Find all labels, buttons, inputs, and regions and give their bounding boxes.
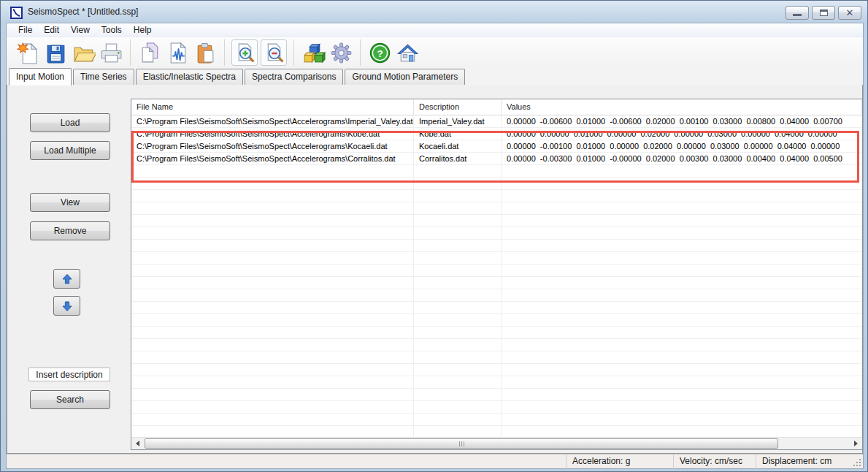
new-file-button[interactable] [14,39,42,66]
table-row[interactable]: C:\Program Files\SeismoSoft\SeismoSpect\… [131,115,862,128]
cell-file-name [131,240,414,252]
scroll-right-button[interactable] [850,438,862,449]
table-row-empty [131,401,862,414]
help-button[interactable]: ? [366,39,393,66]
cell-file-name [131,190,414,202]
menu-item-file[interactable]: File [12,23,38,37]
thumb-grip-icon [461,441,462,446]
settings-button[interactable] [327,39,355,66]
table-row-empty [131,252,862,264]
table-row-empty [131,302,862,314]
move-down-button[interactable] [53,296,80,316]
load-multiple-button[interactable]: Load Multiple [30,141,110,160]
maximize-button[interactable] [812,6,835,20]
table-row[interactable]: C:\Program Files\SeismoSoft\SeismoSpect\… [131,153,862,165]
menu-item-tools[interactable]: Tools [96,23,128,37]
copy-button[interactable] [136,39,164,66]
move-up-button[interactable] [53,269,80,289]
table-row-empty [131,277,862,289]
scrollbar-thumb[interactable] [145,438,778,449]
paste-button[interactable] [191,39,219,66]
input-motion-panel: Load Load Multiple View Remove Insert de… [7,84,863,454]
table-row[interactable]: C:\Program Files\SeismoSoft\SeismoSpect\… [131,140,862,153]
column-header-values[interactable]: Values [502,99,862,115]
cell-values [502,351,862,364]
cell-values [502,302,862,314]
cell-values [502,264,862,277]
cell-description: Corralitos.dat [414,153,502,165]
save-button[interactable] [42,39,69,66]
table-row[interactable]: C:\Program Files\SeismoSoft\SeismoSpect\… [131,128,862,140]
menu-item-edit[interactable]: Edit [38,23,65,37]
insert-description-field[interactable]: Insert description [28,368,110,381]
home-button[interactable] [393,39,421,66]
view-button[interactable]: View [30,193,110,212]
help-icon: ? [368,41,392,65]
cell-file-name [131,289,414,302]
cell-file-name [131,215,414,227]
cell-values [502,165,862,178]
cell-file-name [131,314,414,327]
column-header-file-name[interactable]: File Name [131,99,414,115]
resize-grip-icon[interactable] [853,459,861,466]
cubes-icon [302,41,326,65]
minimize-button[interactable] [786,6,809,20]
cell-values: 0.00000 -0.00600 0.01000 -0.00600 0.0200… [502,115,862,128]
thumb-grip-icon [464,441,464,446]
cell-description [414,178,502,190]
cell-file-name [131,252,414,264]
remove-button[interactable]: Remove [30,221,110,240]
status-bar: Acceleration: gVelocity: cm/secDisplacem… [7,454,863,468]
cell-values [502,389,862,401]
toolbar-separator [293,39,294,66]
tab-time-series[interactable]: Time Series [73,69,134,85]
toolbar-separator [130,39,131,66]
column-header-description[interactable]: Description [414,99,502,115]
search-button[interactable]: Search [30,390,110,409]
cell-description [414,289,502,302]
accelerogram-table: File Name Description Values C:\Program … [131,99,863,450]
cell-description [414,314,502,327]
menu-item-view[interactable]: View [65,23,96,37]
table-row-empty [131,215,862,227]
status-velocity: Velocity: cm/sec [673,454,756,469]
cell-values: 0.00000 -0.00100 0.01000 0.00000 0.02000… [502,140,862,153]
zoom-out-button[interactable] [261,39,287,66]
time-series-document-button[interactable] [164,39,191,66]
tab-input-motion[interactable]: Input Motion [9,68,72,85]
cell-file-name [131,364,414,376]
title-bar: SeismoSpect * [Untitled.ssp] ✕ [1,1,867,23]
close-button[interactable]: ✕ [838,6,861,20]
paste-clipboard-icon [193,41,218,65]
modules-button[interactable] [299,39,327,66]
scroll-left-button[interactable] [131,438,144,449]
cell-values [502,364,862,376]
up-arrow-icon [61,273,73,285]
cell-values [502,327,862,339]
maximize-icon [820,9,828,16]
print-button[interactable] [97,39,125,66]
table-row-empty [131,264,862,277]
cell-description: Kocaeli.dat [414,140,502,153]
cell-values [502,414,862,426]
status-acceleration: Acceleration: g [566,454,673,469]
menu-item-help[interactable]: Help [128,23,158,37]
horizontal-scrollbar[interactable] [131,437,862,449]
cell-values [502,376,862,389]
table-row-empty [131,240,862,252]
open-button[interactable] [69,39,97,66]
tab-elastic-inelastic-spectra[interactable]: Elastic/Inelastic Spectra [136,69,243,85]
cell-description [414,376,502,389]
cell-description [414,165,502,178]
toolbar-separator [360,39,361,66]
load-button[interactable]: Load [30,113,110,132]
zoom-in-button[interactable] [231,39,258,66]
tab-spectra-comparisons[interactable]: Spectra Comparisons [245,69,343,85]
cell-file-name [131,376,414,389]
table-row-empty [131,202,862,215]
cell-values [502,190,862,202]
table-row-empty [131,190,862,202]
scroll-right-icon [854,441,858,446]
zoom-in-icon [233,41,257,65]
tab-ground-motion-parameters[interactable]: Ground Motion Parameters [345,69,465,85]
